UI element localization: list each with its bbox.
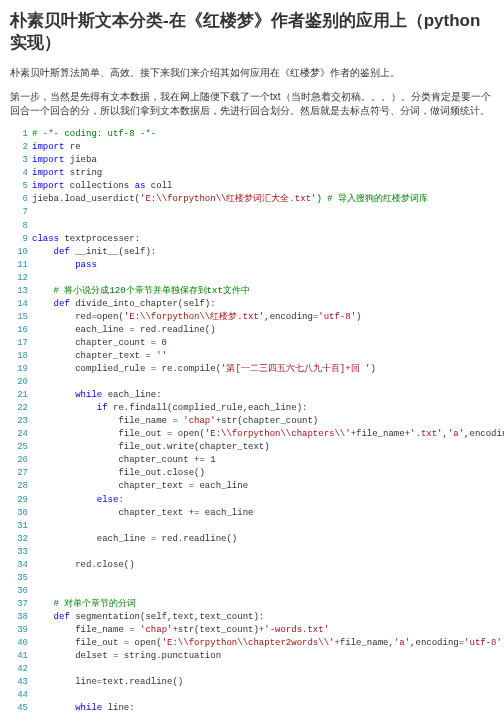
line-number: 28 <box>10 480 32 493</box>
code-line: 34 red.close() <box>10 559 494 572</box>
code-line: 28 chapter_text = each_line <box>10 480 494 493</box>
code-line: 9class textprocesser: <box>10 233 494 246</box>
line-number: 40 <box>10 637 32 650</box>
line-number: 10 <box>10 246 32 259</box>
code-text <box>32 663 494 676</box>
code-line: 35 <box>10 572 494 585</box>
code-line: 37 # 对单个章节的分词 <box>10 598 494 611</box>
code-text: else: <box>32 494 494 507</box>
code-line: 33 <box>10 546 494 559</box>
code-line: 1# -*- coding: utf-8 -*- <box>10 128 494 141</box>
line-number: 13 <box>10 285 32 298</box>
line-number: 38 <box>10 611 32 624</box>
code-text: # 将小说分成120个章节并单独保存到txt文件中 <box>32 285 494 298</box>
code-text: chapter_count = 0 <box>32 337 494 350</box>
line-number: 43 <box>10 676 32 689</box>
line-number: 18 <box>10 350 32 363</box>
code-line: 25 file_out.write(chapter_text) <box>10 441 494 454</box>
code-text: chapter_count += 1 <box>32 454 494 467</box>
code-line: 12 <box>10 272 494 285</box>
code-line: 42 <box>10 663 494 676</box>
code-line: 21 while each_line: <box>10 389 494 402</box>
code-text: import string <box>32 167 494 180</box>
line-number: 14 <box>10 298 32 311</box>
line-number: 22 <box>10 402 32 415</box>
line-number: 29 <box>10 494 32 507</box>
code-line: 22 if re.findall(complied_rule,each_line… <box>10 402 494 415</box>
code-text: if re.findall(complied_rule,each_line): <box>32 402 494 415</box>
code-line: 7 <box>10 206 494 219</box>
line-number: 9 <box>10 233 32 246</box>
line-number: 15 <box>10 311 32 324</box>
line-number: 20 <box>10 376 32 389</box>
code-line: 40 file_out = open('E:\\forpython\\chapt… <box>10 637 494 650</box>
line-number: 3 <box>10 154 32 167</box>
code-line: 32 each_line = red.readline() <box>10 533 494 546</box>
line-number: 17 <box>10 337 32 350</box>
code-text: pass <box>32 259 494 272</box>
code-text: # 对单个章节的分词 <box>32 598 494 611</box>
code-text: chapter_text = each_line <box>32 480 494 493</box>
code-line: 17 chapter_count = 0 <box>10 337 494 350</box>
line-number: 36 <box>10 585 32 598</box>
description-1: 朴素贝叶斯算法简单、高效。接下来我们来介绍其如何应用在《红楼梦》作者的鉴别上。 <box>10 66 494 80</box>
code-text: import jieba <box>32 154 494 167</box>
line-number: 1 <box>10 128 32 141</box>
line-number: 16 <box>10 324 32 337</box>
code-line: 45 while line: <box>10 702 494 713</box>
code-text: chapter_text = '' <box>32 350 494 363</box>
code-text: while each_line: <box>32 389 494 402</box>
code-text <box>32 206 494 219</box>
code-text: jieba.load_userdict('E:\\forpython\\红楼梦词… <box>32 193 494 206</box>
code-line: 27 file_out.close() <box>10 467 494 480</box>
line-number: 44 <box>10 689 32 702</box>
line-number: 2 <box>10 141 32 154</box>
code-line: 43 line=text.readline() <box>10 676 494 689</box>
code-text: complied_rule = re.compile('第[一二三四五六七八九十… <box>32 363 494 376</box>
line-number: 23 <box>10 415 32 428</box>
line-number: 7 <box>10 206 32 219</box>
code-line: 23 file_name = 'chap'+str(chapter_count) <box>10 415 494 428</box>
code-line: 39 file_name = 'chap'+str(text_count)+'-… <box>10 624 494 637</box>
line-number: 6 <box>10 193 32 206</box>
code-text <box>32 546 494 559</box>
code-line: 14 def divide_into_chapter(self): <box>10 298 494 311</box>
line-number: 25 <box>10 441 32 454</box>
code-line: 2import re <box>10 141 494 154</box>
code-line: 3import jieba <box>10 154 494 167</box>
line-number: 21 <box>10 389 32 402</box>
code-line: 13 # 将小说分成120个章节并单独保存到txt文件中 <box>10 285 494 298</box>
line-number: 39 <box>10 624 32 637</box>
code-text: file_name = 'chap'+str(chapter_count) <box>32 415 494 428</box>
code-text: def divide_into_chapter(self): <box>32 298 494 311</box>
line-number: 8 <box>10 220 32 233</box>
line-number: 27 <box>10 467 32 480</box>
line-number: 12 <box>10 272 32 285</box>
code-text: file_out = open('E:\\forpython\\chapters… <box>32 428 504 441</box>
code-text: file_out.close() <box>32 467 494 480</box>
code-text <box>32 272 494 285</box>
code-text <box>32 689 494 702</box>
code-text: file_out.write(chapter_text) <box>32 441 494 454</box>
code-text: class textprocesser: <box>32 233 494 246</box>
code-text: # -*- coding: utf-8 -*- <box>32 128 494 141</box>
code-line: 16 each_line = red.readline() <box>10 324 494 337</box>
line-number: 35 <box>10 572 32 585</box>
code-line: 15 red=open('E:\\forpython\\红楼梦.txt',enc… <box>10 311 494 324</box>
line-number: 32 <box>10 533 32 546</box>
code-line: 30 chapter_text += each_line <box>10 507 494 520</box>
code-text: chapter_text += each_line <box>32 507 494 520</box>
line-number: 19 <box>10 363 32 376</box>
code-line: 24 file_out = open('E:\\forpython\\chapt… <box>10 428 494 441</box>
code-text: def __init__(self): <box>32 246 494 259</box>
code-line: 4import string <box>10 167 494 180</box>
code-line: 10 def __init__(self): <box>10 246 494 259</box>
code-line: 31 <box>10 520 494 533</box>
code-text: import re <box>32 141 494 154</box>
code-line: 41 delset = string.punctuation <box>10 650 494 663</box>
code-line: 29 else: <box>10 494 494 507</box>
line-number: 11 <box>10 259 32 272</box>
line-number: 34 <box>10 559 32 572</box>
code-line: 38 def segmentation(self,text,text_count… <box>10 611 494 624</box>
line-number: 24 <box>10 428 32 441</box>
